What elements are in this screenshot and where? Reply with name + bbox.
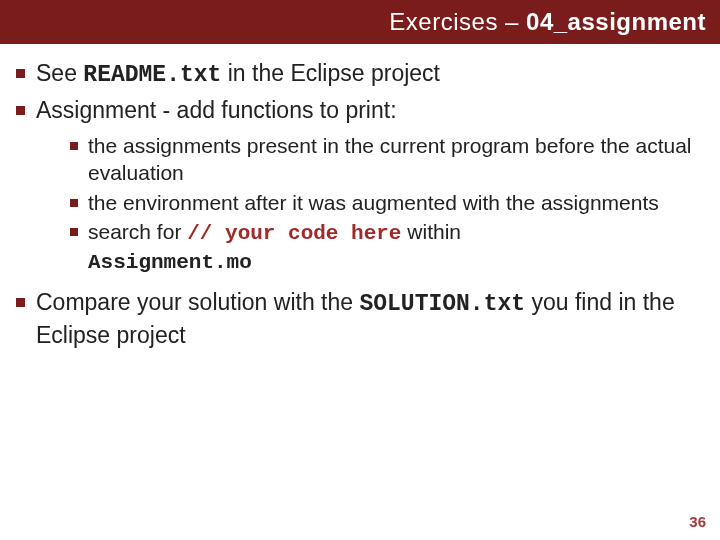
bullet-list: See README.txt in the Eclipse project As… [8,58,712,351]
slide-title: Exercises – 04_assignment [389,8,706,36]
list-item: the environment after it was augmented w… [36,189,712,216]
title-bold: 04_assignment [526,8,706,35]
text: within [401,220,461,243]
code-text: SOLUTION.txt [359,291,525,317]
slide-header: Exercises – 04_assignment [0,0,720,44]
page-number: 36 [689,513,706,530]
code-text: Assignment.mo [88,251,252,274]
text: the assignments present in the current p… [88,134,692,184]
list-item: See README.txt in the Eclipse project [8,58,712,91]
sub-bullet-list: the assignments present in the current p… [36,132,712,276]
text: search for [88,220,187,243]
text: Assignment - add functions to print: [36,97,397,123]
code-text: // your code here [187,222,401,245]
list-item: Assignment - add functions to print: the… [8,95,712,277]
text: in the Eclipse project [221,60,440,86]
code-text: README.txt [83,62,221,88]
text: the environment after it was augmented w… [88,191,659,214]
list-item: the assignments present in the current p… [36,132,712,187]
text: See [36,60,83,86]
slide-content: See README.txt in the Eclipse project As… [0,44,720,351]
list-item: Compare your solution with the SOLUTION.… [8,287,712,351]
list-item: search for // your code here within Assi… [36,218,712,277]
text: Compare your solution with the [36,289,359,315]
title-prefix: Exercises – [389,8,526,35]
